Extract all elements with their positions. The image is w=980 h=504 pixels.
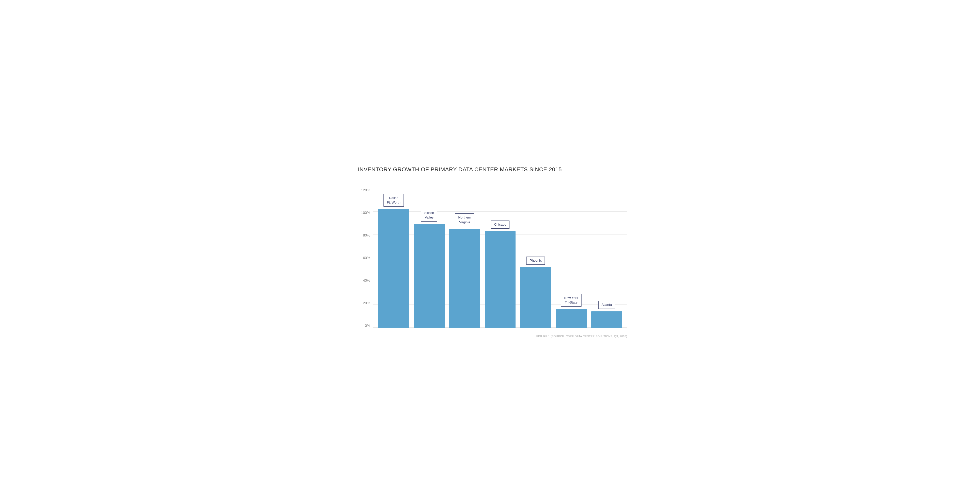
y-axis-label: 60% xyxy=(358,256,373,260)
y-axis: 120%100%80%60%40%20%0% xyxy=(358,188,373,335)
y-axis-label: 100% xyxy=(358,211,373,215)
bar: Atlanta xyxy=(591,311,622,328)
bars-area: DallasFt. WorthSiliconValleyNorthernVirg… xyxy=(373,188,627,328)
bar-group: NorthernVirginia xyxy=(449,188,480,328)
bar: Chicago xyxy=(485,231,516,328)
bar: Phoenix xyxy=(520,267,551,328)
bar-group: SiliconValley xyxy=(414,188,445,328)
bar-group: Chicago xyxy=(485,188,516,328)
y-axis-label: 40% xyxy=(358,278,373,282)
bar-label: Atlanta xyxy=(598,301,615,309)
bar-label: New YorkTri-State xyxy=(561,294,581,307)
chart-title: INVENTORY GROWTH OF PRIMARY DATA CENTER … xyxy=(358,166,627,173)
bar-label: Phoenix xyxy=(527,257,545,265)
bar: NorthernVirginia xyxy=(449,229,480,328)
bar-group: Atlanta xyxy=(591,188,622,328)
bar: New YorkTri-State xyxy=(556,309,587,328)
bar-group: Phoenix xyxy=(520,188,551,328)
chart-container: INVENTORY GROWTH OF PRIMARY DATA CENTER … xyxy=(338,154,643,350)
bar-group: DallasFt. Worth xyxy=(378,188,409,328)
bar-label: Chicago xyxy=(491,220,510,229)
bar: SiliconValley xyxy=(414,224,445,328)
bar-label: NorthernVirginia xyxy=(455,214,475,226)
bar-label: DallasFt. Worth xyxy=(383,194,404,206)
y-axis-label: 120% xyxy=(358,188,373,192)
bar-group: New YorkTri-State xyxy=(556,188,587,328)
bar-label: SiliconValley xyxy=(421,209,437,222)
chart-caption: FIGURE 1 (SOURCE: CBRE DATA CENTER SOLUT… xyxy=(536,335,627,338)
y-axis-label: 0% xyxy=(358,323,373,328)
y-axis-label: 80% xyxy=(358,233,373,237)
y-axis-label: 20% xyxy=(358,301,373,305)
chart-area: 120%100%80%60%40%20%0% DallasFt. WorthSi… xyxy=(358,188,627,335)
bar: DallasFt. Worth xyxy=(378,209,409,328)
